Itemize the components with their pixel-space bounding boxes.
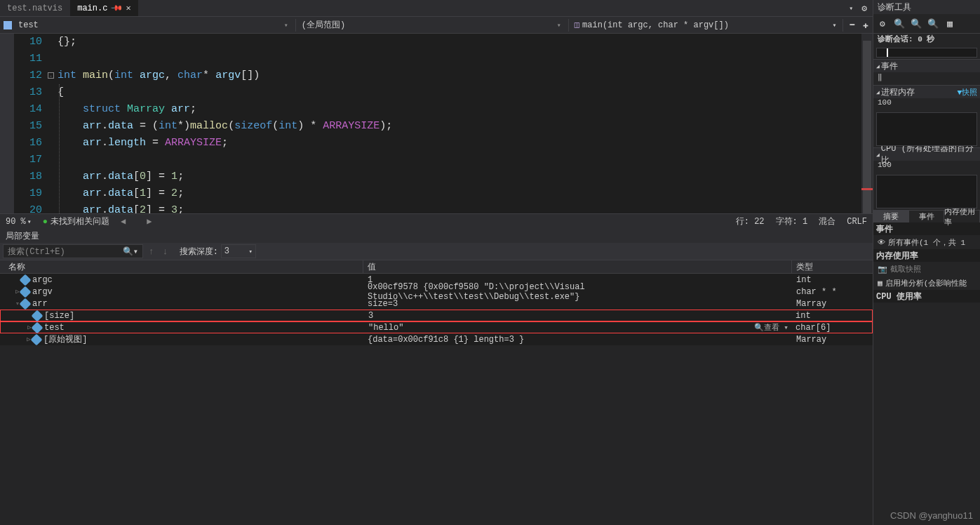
breakpoint-gutter[interactable]: ◆▸	[0, 34, 14, 213]
camera-icon: 📷	[878, 265, 887, 274]
nav-function[interactable]: ◫ main(int argc, char * argv[])	[572, 17, 732, 33]
enable-heap-row[interactable]: ▦启用堆分析(会影响性能	[873, 276, 980, 290]
variable-icon	[32, 321, 43, 333]
locals-header: 名称 值 类型	[0, 260, 873, 274]
memory-section-header[interactable]: ◢进程内存▼快照	[873, 86, 980, 98]
gear-icon[interactable]: ⚙	[856, 3, 873, 14]
diagnostics-toolbar: ⚙ 🔍 🔍 🔍 ▦	[873, 14, 980, 34]
events-section-header[interactable]: ◢事件	[873, 60, 980, 72]
nav-bar: test▾ (全局范围)▾ ◫ main(int argc, char * ar…	[0, 17, 873, 34]
close-icon[interactable]: ✕	[126, 3, 130, 13]
table-row[interactable]: [size]3int	[0, 310, 873, 321]
nav-left-icon[interactable]: ◀	[121, 216, 126, 227]
cpu-heading: CPU 使用率	[873, 290, 980, 303]
variable-icon	[32, 310, 43, 321]
scrollbar-marker	[861, 188, 873, 190]
tab-bar: test.natvis main.c 📌 ✕ ▾ ⚙	[0, 0, 873, 17]
heap-icon: ▦	[878, 279, 882, 288]
variable-icon	[20, 286, 32, 298]
col-type-header[interactable]: 类型	[792, 260, 873, 273]
events-all-row[interactable]: 👁所有事件(1 个，共 1	[873, 235, 980, 249]
events-pause-icon: ‖	[873, 72, 980, 85]
nav-right-icon[interactable]: ▶	[147, 216, 152, 227]
nav-scope[interactable]: (全局范围)▾	[299, 17, 565, 33]
tab-dropdown-icon[interactable]: ▾	[846, 4, 856, 13]
diagnostics-panel: 诊断工具 ⚙ 🔍 🔍 🔍 ▦ 诊断会话: 0 秒 ◢事件 ‖ ◢进程内存▼快照 …	[873, 0, 980, 525]
table-row[interactable]: ▷argv0x00cf9578 {0x00cf9580 "D:\\project…	[0, 286, 873, 298]
line-indicator[interactable]: 行: 22	[730, 215, 770, 227]
table-row[interactable]: ▷[原始视图]{data=0x00cf91c8 {1} length=3 }Ma…	[0, 333, 873, 345]
tab-inactive[interactable]: test.natvis	[0, 0, 70, 16]
editor-status-bar: 90 %▾ ●未找到相关问题 ◀▶ 行: 22 字符: 1 混合 CRLF	[0, 213, 873, 229]
memory-graph[interactable]	[876, 112, 977, 146]
memory-value: 100	[873, 98, 980, 111]
line-number-gutter: 10111213141516171819202122232425	[14, 34, 48, 213]
fold-toggle-icon[interactable]: -	[48, 72, 54, 79]
diag-zoom-out-icon[interactable]: 🔍	[927, 18, 939, 30]
eol-indicator[interactable]: CRLF	[841, 217, 873, 227]
diag-zoom-reset-icon[interactable]: 🔍	[910, 18, 922, 30]
code-content[interactable]: {};int main(int argc, char* argv[]){ str…	[58, 34, 873, 213]
tab-events[interactable]: 事件	[909, 211, 945, 222]
watermark: CSDN @yanghuo11	[890, 510, 973, 521]
pin-icon[interactable]: 📌	[110, 1, 123, 15]
tab-memory[interactable]: 内存使用率	[944, 211, 980, 222]
issues-text: 未找到相关问题	[51, 215, 109, 227]
locals-panel-title: 局部变量	[0, 229, 873, 243]
diag-tabs: 摘要 事件 内存使用率	[873, 210, 980, 222]
tab-active[interactable]: main.c 📌 ✕	[70, 0, 138, 16]
variable-icon	[20, 274, 32, 286]
status-ok-icon: ●	[43, 217, 48, 227]
diag-session: 诊断会话: 0 秒	[873, 34, 980, 46]
code-editor[interactable]: ◆▸ 10111213141516171819202122232425 - {}…	[0, 34, 873, 213]
nav-project[interactable]: test▾	[15, 17, 293, 33]
table-row[interactable]: ▷test"hello"🔍查看 ▾char[6]	[0, 321, 873, 333]
diag-last-icon[interactable]: ▦	[944, 18, 956, 30]
capture-snapshot-row[interactable]: 📷截取快照	[873, 262, 980, 276]
view-link[interactable]: 🔍查看 ▾	[754, 322, 788, 333]
col-name-header[interactable]: 名称	[0, 260, 363, 273]
table-row[interactable]: ▿arrsize=3Marray	[0, 298, 873, 310]
diag-zoom-in-icon[interactable]: 🔍	[893, 18, 906, 30]
diag-settings-icon[interactable]: ⚙	[876, 18, 889, 30]
depth-label: 搜索深度:	[180, 246, 218, 258]
diagnostics-title: 诊断工具	[873, 0, 980, 14]
depth-select[interactable]: 3▾	[221, 244, 256, 258]
locals-body: argc1int▷argv0x00cf9578 {0x00cf9580 "D:\…	[0, 274, 873, 345]
search-icon[interactable]: 🔍▾	[123, 246, 138, 257]
add-icon[interactable]: ✚	[859, 20, 873, 31]
variable-icon	[20, 298, 32, 310]
vertical-scrollbar[interactable]	[861, 34, 873, 213]
diag-timeline-graph[interactable]	[876, 48, 977, 58]
tab-summary[interactable]: 摘要	[873, 211, 909, 222]
fold-gutter[interactable]: -	[48, 34, 58, 213]
col-value-header[interactable]: 值	[363, 260, 792, 273]
memory-heading: 内存使用率	[873, 249, 980, 262]
snapshot-link[interactable]: ▼快照	[957, 87, 977, 98]
search-input[interactable]: 搜索(Ctrl+E) 🔍▾	[3, 244, 143, 258]
show-icon: 👁	[878, 238, 885, 247]
col-indicator[interactable]: 字符: 1	[770, 215, 814, 227]
split-icon[interactable]: ━	[846, 20, 859, 29]
cpu-section-header[interactable]: ◢CPU (所有处理器的百分比	[873, 148, 980, 161]
variable-icon	[31, 333, 43, 345]
project-icon	[4, 21, 12, 29]
cpu-graph[interactable]	[876, 175, 977, 208]
search-next-icon[interactable]: ↓	[160, 246, 171, 257]
search-prev-icon[interactable]: ↑	[146, 246, 157, 257]
mode-indicator[interactable]: 混合	[813, 215, 841, 227]
locals-search-bar: 搜索(Ctrl+E) 🔍▾ ↑ ↓ 搜索深度: 3▾	[0, 243, 873, 260]
zoom-level[interactable]: 90 %▾	[0, 217, 37, 227]
